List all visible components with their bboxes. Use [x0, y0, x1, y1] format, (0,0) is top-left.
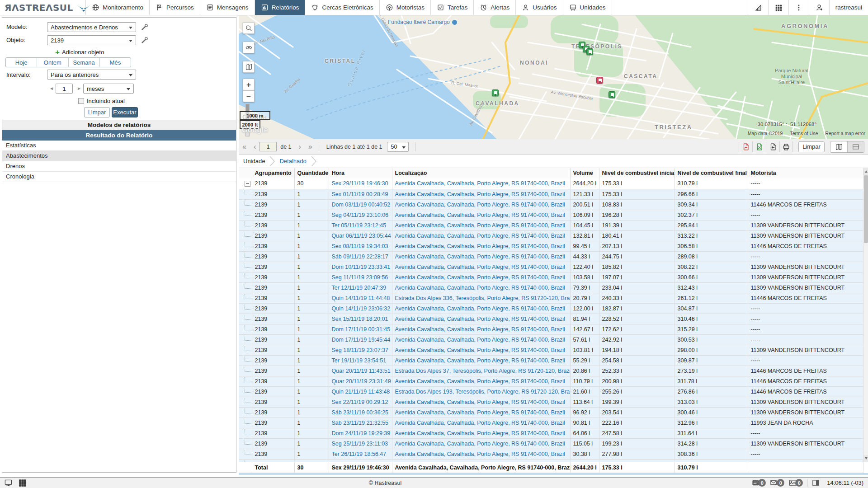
- tab-alertas[interactable]: Alertas: [474, 0, 516, 15]
- account-button[interactable]: [809, 0, 829, 15]
- collapse-cell[interactable]: [239, 178, 252, 189]
- tab-cercas-eletronicas[interactable]: Cercas Eletrônicas: [305, 0, 379, 15]
- column-header[interactable]: Agrupamento: [252, 168, 294, 178]
- map-view-toggle[interactable]: [830, 141, 847, 152]
- models-section-header[interactable]: Modelos de relatórios: [2, 120, 236, 130]
- table-row[interactable]: 21391Dom 10/11/19 23:33:41Avenida Cavalh…: [239, 262, 863, 272]
- column-header[interactable]: Nível de combustível final: [675, 168, 748, 178]
- monitor-icon[interactable]: [4, 479, 13, 487]
- terms-link[interactable]: Terms of Use: [790, 131, 818, 136]
- column-header[interactable]: Localização: [392, 168, 570, 178]
- spin-down-icon[interactable]: ◄: [49, 86, 54, 91]
- fuel-event-marker[interactable]: [609, 91, 615, 98]
- column-header[interactable]: Hora: [329, 168, 392, 178]
- table-row[interactable]: 21391Sáb 23/11/19 00:36:25Avenida Cavalh…: [239, 407, 863, 418]
- table-row[interactable]: 21391Sáb 09/11/19 22:28:17Avenida Cavalh…: [239, 251, 863, 262]
- result-section-header[interactable]: Resultado do Relatório: [2, 130, 236, 141]
- export-excel-button[interactable]: [752, 141, 766, 152]
- executar-button[interactable]: Executar: [112, 107, 138, 117]
- including-current-checkbox[interactable]: [78, 98, 84, 104]
- split-view-toggle[interactable]: [847, 141, 864, 152]
- zoom-in-button[interactable]: +: [243, 79, 255, 90]
- table-row[interactable]: 21391Seg 04/11/19 23:10:06Avenida Cavalh…: [239, 210, 863, 220]
- table-row[interactable]: 21391Dom 17/11/19 19:45:44Avenida Cavalh…: [239, 334, 863, 345]
- scrollbar-thumb[interactable]: [864, 175, 868, 243]
- tab-usuarios[interactable]: Usuários: [516, 0, 563, 15]
- map-canvas[interactable]: TERESÓPOLISCRISTALNONOAICASCATACAVALHADA…: [239, 15, 868, 139]
- range-ontem-button[interactable]: Ontem: [37, 58, 68, 67]
- tab-monitoramento[interactable]: Monitoramento: [86, 0, 150, 15]
- more-button[interactable]: [788, 0, 809, 15]
- username[interactable]: rastreasul: [829, 0, 868, 15]
- table-row[interactable]: 21391Seg 25/11/19 23:11:03Avenida Cavalh…: [239, 438, 863, 449]
- objeto-settings-wrench-icon[interactable]: [141, 36, 149, 44]
- measure-button[interactable]: [748, 0, 768, 15]
- intervalo-select[interactable]: Para os anteriores: [47, 70, 136, 80]
- table-row[interactable]: 21391Sex 22/11/19 00:29:12Avenida Cavalh…: [239, 397, 863, 407]
- counter-messages-status-icon[interactable]: 0: [751, 479, 766, 487]
- table-row[interactable]: 21391Sex 01/11/19 00:28:49Avenida Cavalh…: [239, 189, 863, 199]
- collapse-minus-icon[interactable]: [245, 181, 250, 187]
- column-header[interactable]: Volume: [570, 168, 599, 178]
- page-number-input[interactable]: 1: [259, 142, 277, 151]
- modelo-settings-wrench-icon[interactable]: [141, 23, 149, 31]
- spin-up-icon[interactable]: ►: [77, 86, 81, 91]
- table-row[interactable]: 21391Quin 14/11/19 23:06:32Avenida Caval…: [239, 303, 863, 314]
- result-item-cronologia[interactable]: Cronologia: [2, 172, 236, 182]
- result-tab-unidade[interactable]: Unidade: [243, 158, 265, 164]
- table-row[interactable]: 21391Dom 03/11/19 00:40:52Avenida Cavalh…: [239, 199, 863, 210]
- tab-unidades[interactable]: Unidades: [563, 0, 612, 15]
- column-header[interactable]: Quantidade: [294, 168, 329, 178]
- table-row[interactable]: 21391Seg 18/11/19 23:07:37Avenida Cavalh…: [239, 345, 863, 355]
- prev-page-button[interactable]: ‹: [250, 143, 259, 151]
- table-row[interactable]: 21391Dom 24/11/19 19:29:39Avenida Cavalh…: [239, 428, 863, 438]
- table-row[interactable]: 21391Quar 06/11/19 23:05:44Avenida Caval…: [239, 230, 863, 241]
- range-semana-button[interactable]: Semana: [69, 58, 100, 67]
- add-object-button[interactable]: + Adicionar objeto: [55, 49, 104, 56]
- table-row[interactable]: 21391Quar 20/11/19 11:43:51Estrada Dos A…: [239, 366, 863, 376]
- table-row[interactable]: 21391Seg 11/11/19 23:09:56Avenida Cavalh…: [239, 272, 863, 282]
- counter-image-status-icon[interactable]: 0: [788, 479, 803, 487]
- column-header[interactable]: [239, 168, 252, 178]
- next-page-button[interactable]: ›: [295, 143, 305, 151]
- table-scrollbar[interactable]: [863, 168, 868, 462]
- map-layers-button[interactable]: [243, 61, 255, 73]
- tab-tarefas[interactable]: Tarefas: [431, 0, 474, 15]
- table-row[interactable]: 21391Sex 15/11/19 18:20:01Avenida Cavalh…: [239, 314, 863, 324]
- range-mes-button[interactable]: Mês: [100, 58, 131, 67]
- first-page-button[interactable]: «: [239, 143, 250, 151]
- result-item-estatisticas[interactable]: Estatísticas: [2, 141, 236, 151]
- counter-mail-status-icon[interactable]: 0: [770, 479, 784, 487]
- table-row[interactable]: 21391Sáb 23/11/19 21:32:55Avenida Cavalh…: [239, 418, 863, 428]
- table-row[interactable]: 213930Sex 29/11/19 19:46:30Avenida Caval…: [239, 178, 863, 189]
- limpar-results-button[interactable]: Limpar: [798, 141, 825, 152]
- tab-percursos[interactable]: Percursos: [150, 0, 200, 15]
- scroll-down-icon[interactable]: [863, 455, 868, 462]
- table-row[interactable]: 21391Ter 26/11/19 18:56:47Avenida Cavalh…: [239, 449, 863, 459]
- apps-button[interactable]: [768, 0, 788, 15]
- period-count-input[interactable]: 1: [56, 84, 73, 94]
- result-item-abastecimentos[interactable]: Abastecimentos: [2, 151, 236, 161]
- scroll-up-icon[interactable]: [863, 168, 868, 175]
- table-row[interactable]: 21391Ter 19/11/19 23:54:51Avenida Cavalh…: [239, 355, 863, 366]
- drain-event-marker[interactable]: [596, 77, 603, 84]
- map-visibility-button[interactable]: [243, 42, 255, 53]
- grid-icon[interactable]: [18, 479, 27, 487]
- fuel-event-marker[interactable]: [492, 89, 499, 96]
- column-header[interactable]: Nível de combustível inicial: [599, 168, 675, 178]
- print-button[interactable]: [779, 141, 793, 152]
- tab-relatorios[interactable]: Relatórios: [255, 0, 306, 15]
- table-row[interactable]: 21391Ter 05/11/19 23:12:45Avenida Cavalh…: [239, 220, 863, 230]
- modelo-select[interactable]: Abastecimentos e Drenos: [47, 22, 136, 32]
- limpar-form-button[interactable]: Limpar: [84, 107, 110, 117]
- export-file-button[interactable]: [766, 141, 779, 152]
- report-error-link[interactable]: Report a map error: [825, 131, 865, 136]
- map-search-button[interactable]: [243, 22, 255, 34]
- tab-mensagens[interactable]: Mensagens: [200, 0, 255, 15]
- table-row[interactable]: 21391Quar 20/11/19 23:31:49Avenida Caval…: [239, 376, 863, 386]
- result-tab-detalhado[interactable]: Detalhado: [279, 158, 306, 164]
- table-row[interactable]: 21391Quin 14/11/19 11:44:48Estrada Dos A…: [239, 293, 863, 303]
- objeto-select[interactable]: 2139: [47, 35, 136, 45]
- page-size-select[interactable]: 50: [387, 142, 409, 152]
- table-row[interactable]: 21391Dom 17/11/19 00:31:45Avenida Cavalh…: [239, 324, 863, 334]
